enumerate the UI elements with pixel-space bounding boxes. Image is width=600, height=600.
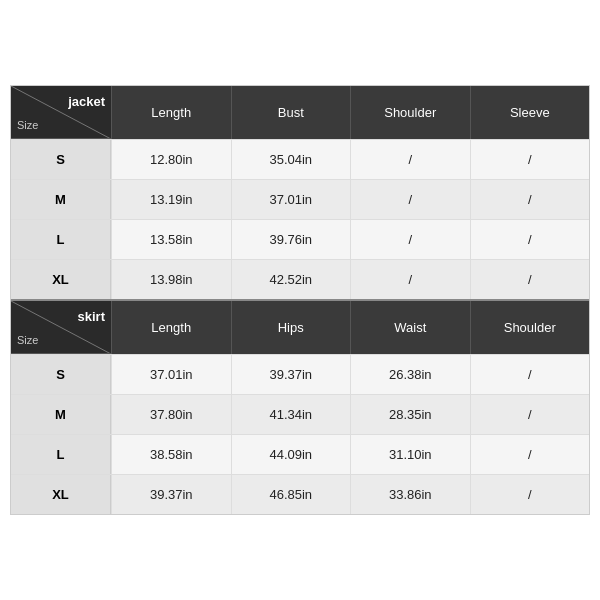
jacket-header: jacket Size Length Bust Shoulder Sleeve	[11, 86, 589, 139]
skirt-size-s: S	[11, 355, 111, 394]
skirt-size-xl: XL	[11, 475, 111, 514]
jacket-size-xl: XL	[11, 260, 111, 299]
skirt-row-s: S 37.01in 39.37in 26.38in /	[11, 354, 589, 394]
jacket-s-sleeve: /	[470, 140, 590, 179]
skirt-xl-length: 39.37in	[111, 475, 231, 514]
jacket-row-s: S 12.80in 35.04in / /	[11, 139, 589, 179]
skirt-l-shoulder: /	[470, 435, 590, 474]
jacket-m-length: 13.19in	[111, 180, 231, 219]
jacket-s-bust: 35.04in	[231, 140, 351, 179]
skirt-row-l: L 38.58in 44.09in 31.10in /	[11, 434, 589, 474]
svg-line-0	[11, 86, 111, 139]
skirt-xl-shoulder: /	[470, 475, 590, 514]
jacket-label-cell: jacket Size	[11, 86, 111, 139]
jacket-row-m: M 13.19in 37.01in / /	[11, 179, 589, 219]
jacket-col-shoulder: Shoulder	[350, 86, 470, 139]
skirt-l-hips: 44.09in	[231, 435, 351, 474]
jacket-size-m: M	[11, 180, 111, 219]
skirt-section: skirt Size Length Hips Waist Shoulder S …	[11, 299, 589, 514]
skirt-xl-waist: 33.86in	[350, 475, 470, 514]
jacket-section: jacket Size Length Bust Shoulder Sleeve …	[11, 86, 589, 299]
skirt-row-xl: XL 39.37in 46.85in 33.86in /	[11, 474, 589, 514]
jacket-xl-bust: 42.52in	[231, 260, 351, 299]
skirt-size-l: L	[11, 435, 111, 474]
jacket-s-length: 12.80in	[111, 140, 231, 179]
skirt-s-waist: 26.38in	[350, 355, 470, 394]
jacket-size-s: S	[11, 140, 111, 179]
skirt-m-length: 37.80in	[111, 395, 231, 434]
jacket-l-sleeve: /	[470, 220, 590, 259]
skirt-m-hips: 41.34in	[231, 395, 351, 434]
size-chart: jacket Size Length Bust Shoulder Sleeve …	[10, 85, 590, 515]
jacket-l-bust: 39.76in	[231, 220, 351, 259]
jacket-col-length: Length	[111, 86, 231, 139]
skirt-header: skirt Size Length Hips Waist Shoulder	[11, 301, 589, 354]
skirt-s-length: 37.01in	[111, 355, 231, 394]
jacket-l-length: 13.58in	[111, 220, 231, 259]
jacket-l-shoulder: /	[350, 220, 470, 259]
jacket-xl-shoulder: /	[350, 260, 470, 299]
skirt-m-shoulder: /	[470, 395, 590, 434]
jacket-m-sleeve: /	[470, 180, 590, 219]
skirt-col-waist: Waist	[350, 301, 470, 354]
jacket-col-bust: Bust	[231, 86, 351, 139]
skirt-s-hips: 39.37in	[231, 355, 351, 394]
skirt-size-m: M	[11, 395, 111, 434]
jacket-s-shoulder: /	[350, 140, 470, 179]
jacket-col-sleeve: Sleeve	[470, 86, 590, 139]
skirt-col-shoulder: Shoulder	[470, 301, 590, 354]
skirt-row-m: M 37.80in 41.34in 28.35in /	[11, 394, 589, 434]
jacket-size-l: L	[11, 220, 111, 259]
skirt-col-length: Length	[111, 301, 231, 354]
jacket-row-l: L 13.58in 39.76in / /	[11, 219, 589, 259]
skirt-l-waist: 31.10in	[350, 435, 470, 474]
jacket-row-xl: XL 13.98in 42.52in / /	[11, 259, 589, 299]
skirt-xl-hips: 46.85in	[231, 475, 351, 514]
skirt-label-cell: skirt Size	[11, 301, 111, 354]
skirt-s-shoulder: /	[470, 355, 590, 394]
jacket-m-bust: 37.01in	[231, 180, 351, 219]
jacket-m-shoulder: /	[350, 180, 470, 219]
jacket-xl-length: 13.98in	[111, 260, 231, 299]
jacket-xl-sleeve: /	[470, 260, 590, 299]
skirt-l-length: 38.58in	[111, 435, 231, 474]
skirt-m-waist: 28.35in	[350, 395, 470, 434]
svg-line-1	[11, 301, 111, 354]
skirt-col-hips: Hips	[231, 301, 351, 354]
